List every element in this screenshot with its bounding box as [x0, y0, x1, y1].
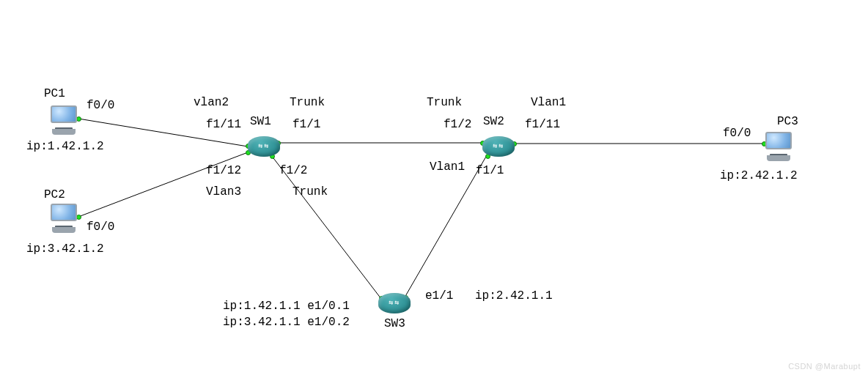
sw2-trunk-label: Trunk: [427, 95, 462, 111]
sw1-f1-2-label: f1/2: [279, 163, 307, 179]
sw1-vlan3-label: Vlan3: [206, 185, 241, 200]
node-pc2: [48, 204, 80, 233]
sw1-trunk-down-label: Trunk: [293, 185, 328, 200]
node-pc1: [48, 105, 80, 135]
pc3-name-label: PC3: [777, 114, 798, 130]
sw3-subif2-label: ip:3.42.1.1 e1/0.2: [223, 315, 350, 330]
pc1-name-label: PC1: [44, 86, 65, 102]
sw2-name-label: SW2: [483, 114, 504, 130]
sw2-vlan1-down-label: Vlan1: [430, 160, 465, 175]
switch-icon: ⇆⇆: [248, 136, 280, 157]
pc2-ip-label: ip:3.42.1.2: [26, 242, 104, 257]
pc2-port-label: f0/0: [87, 220, 114, 235]
switch-icon: ⇆⇆: [482, 136, 515, 157]
pc1-port-label: f0/0: [87, 98, 114, 114]
node-sw2: ⇆⇆: [482, 136, 515, 157]
pc3-port-label: f0/0: [723, 126, 751, 141]
sw1-name-label: SW1: [250, 114, 271, 130]
sw1-trunk-right-label: Trunk: [290, 95, 325, 111]
sw1-vlan2-label: vlan2: [194, 95, 229, 111]
sw2-f1-11-label: f1/11: [525, 117, 560, 133]
sw3-name-label: SW3: [384, 316, 405, 332]
pc2-name-label: PC2: [44, 188, 65, 203]
sw1-f1-12-label: f1/12: [206, 163, 241, 179]
sw2-f1-1-label: f1/1: [476, 163, 504, 179]
pc-icon: [51, 105, 77, 123]
node-pc3: [762, 132, 795, 161]
sw3-subif1-label: ip:1.42.1.1 e1/0.1: [223, 299, 350, 314]
node-sw1: ⇆⇆: [248, 136, 280, 157]
sw3-e1-1-label: e1/1: [425, 289, 453, 304]
sw1-f1-1-label: f1/1: [293, 117, 320, 133]
sw2-f1-2-label: f1/2: [444, 117, 471, 133]
node-sw3: ⇆⇆: [378, 293, 411, 313]
sw3-e1-1-ip-label: ip:2.42.1.1: [475, 289, 553, 304]
switch-icon: ⇆⇆: [378, 293, 411, 313]
svg-line-4: [405, 155, 487, 297]
pc3-ip-label: ip:2.42.1.2: [720, 168, 798, 184]
watermark: CSDN @Marabupt: [788, 362, 861, 371]
sw2-vlan1-right-label: Vlan1: [531, 95, 566, 111]
pc-icon: [51, 204, 77, 221]
pc-icon: [765, 132, 792, 149]
pc1-ip-label: ip:1.42.1.2: [26, 139, 104, 155]
topology-lines: [0, 0, 868, 375]
sw1-f1-11-label: f1/11: [206, 117, 241, 133]
